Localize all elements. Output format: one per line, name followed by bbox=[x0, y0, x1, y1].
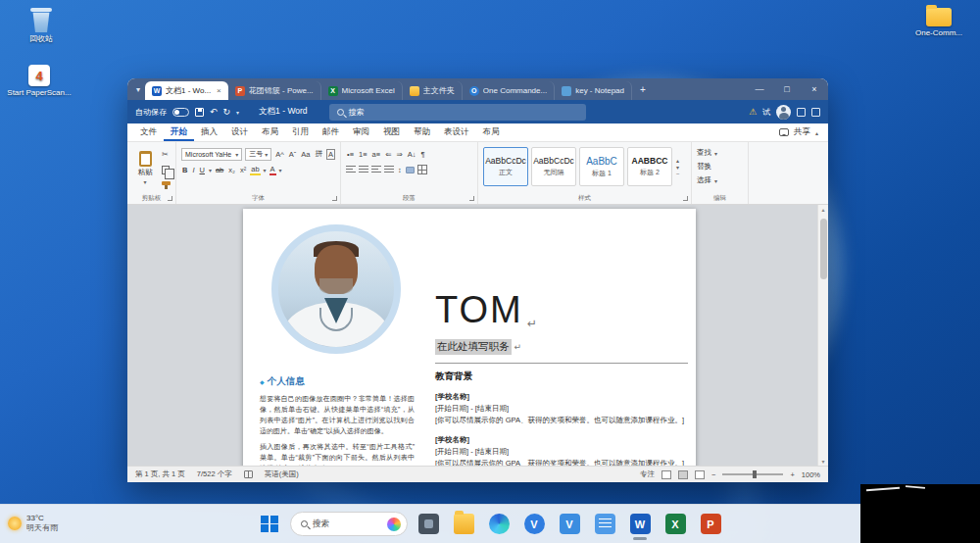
undo-icon[interactable]: ↶ bbox=[210, 107, 218, 117]
styles-more-icon[interactable]: − bbox=[676, 171, 680, 176]
character-border-icon[interactable]: A bbox=[326, 149, 335, 160]
tab-insert[interactable]: 插入 bbox=[194, 123, 224, 141]
strikethrough-button[interactable]: ab bbox=[215, 166, 224, 174]
focus-mode-button[interactable]: 专注 bbox=[640, 469, 655, 479]
styles-scroll-up-icon[interactable]: ▴ bbox=[676, 157, 680, 164]
paste-button[interactable]: 粘贴 ▾ bbox=[132, 146, 158, 189]
window-tab-home-folder[interactable]: 主文件夹 bbox=[403, 81, 463, 100]
tab-table-design[interactable]: 表设计 bbox=[437, 123, 476, 141]
align-left-icon[interactable] bbox=[346, 166, 356, 173]
bold-button[interactable]: B bbox=[181, 166, 188, 174]
superscript-button[interactable]: x² bbox=[239, 166, 247, 174]
font-dialog-launcher[interactable] bbox=[332, 196, 337, 201]
bullets-icon[interactable]: •≡ bbox=[346, 150, 355, 159]
tab-table-layout[interactable]: 布局 bbox=[476, 123, 507, 141]
comments-icon[interactable] bbox=[779, 128, 789, 136]
style-no-spacing[interactable]: AaBbCcDc 无间隔 bbox=[531, 147, 576, 186]
font-size-select[interactable]: 三号 ▾ bbox=[245, 148, 271, 161]
font-name-select[interactable]: Microsoft YaHe ▾ bbox=[181, 148, 242, 161]
shrink-font-icon[interactable]: Aˇ bbox=[288, 150, 298, 159]
replace-button[interactable]: 替换 bbox=[697, 160, 743, 173]
tab-help[interactable]: 帮助 bbox=[407, 123, 437, 141]
document-page[interactable]: ◆ 个人信息 想要将自己的图像放在圆圈中？非常简单！选择图像，然后单击右键。从快… bbox=[243, 209, 696, 466]
taskbar-app-shield[interactable]: V bbox=[519, 509, 549, 540]
decrease-indent-icon[interactable]: ⇐ bbox=[384, 150, 392, 159]
style-heading1[interactable]: AaBbC 标题 1 bbox=[579, 147, 624, 186]
text-highlight-button[interactable]: ab bbox=[250, 165, 260, 175]
taskbar-app-v[interactable]: V bbox=[555, 509, 584, 540]
education-entry[interactable]: [学校名称] [开始日期] - [结束日期] [你可以尽情展示你的 GPA、获得… bbox=[435, 434, 688, 466]
redo-icon[interactable]: ↻ bbox=[223, 107, 231, 117]
underline-button[interactable]: U bbox=[199, 166, 206, 174]
taskbar-app-notepad[interactable] bbox=[590, 509, 619, 540]
justify-icon[interactable] bbox=[384, 166, 394, 173]
underline-caret-icon[interactable]: ▾ bbox=[209, 167, 212, 173]
tab-close-icon[interactable]: × bbox=[215, 86, 221, 95]
maximize-button[interactable]: □ bbox=[773, 78, 801, 100]
word-count[interactable]: 7/522 个字 bbox=[197, 469, 232, 479]
zoom-out-icon[interactable]: − bbox=[711, 470, 715, 479]
taskbar-app-edge[interactable] bbox=[484, 509, 514, 540]
start-button[interactable] bbox=[255, 509, 284, 540]
window-tab-powerpoint[interactable]: P 花团锦簇 - Powe... bbox=[228, 81, 321, 100]
save-icon[interactable] bbox=[195, 108, 204, 117]
ribbon-search-box[interactable]: 搜索 bbox=[329, 104, 586, 121]
ribbon-display-options-icon[interactable] bbox=[797, 108, 806, 117]
profile-photo[interactable] bbox=[271, 224, 401, 354]
copy-icon[interactable] bbox=[162, 166, 170, 174]
resume-name[interactable]: TOM ↵ bbox=[435, 291, 688, 330]
clipboard-dialog-launcher[interactable] bbox=[168, 196, 172, 201]
scrollbar-thumb[interactable] bbox=[820, 219, 827, 279]
highlight-caret-icon[interactable]: ▾ bbox=[264, 167, 267, 173]
education-heading[interactable]: 教育背景 bbox=[435, 370, 688, 383]
desktop-icon-recycle-bin[interactable]: 回收站 bbox=[6, 8, 76, 43]
window-tab-excel[interactable]: X Microsoft Excel bbox=[321, 81, 403, 100]
tab-mailings[interactable]: 邮件 bbox=[316, 123, 346, 141]
tab-home[interactable]: 开始 bbox=[164, 123, 194, 141]
select-button[interactable]: 选择 ▾ bbox=[697, 173, 743, 187]
window-tab-word[interactable]: W 文档1 - Wo... × bbox=[145, 81, 228, 100]
zoom-slider-thumb[interactable] bbox=[753, 470, 757, 478]
spellcheck-icon[interactable] bbox=[244, 470, 253, 478]
font-color-button[interactable]: A bbox=[270, 165, 276, 175]
print-layout-icon[interactable] bbox=[678, 470, 688, 479]
taskbar-search[interactable]: 搜索 bbox=[290, 512, 408, 536]
minimize-button[interactable]: — bbox=[746, 78, 773, 100]
account-avatar[interactable] bbox=[776, 105, 791, 120]
taskbar-app-excel[interactable]: X bbox=[661, 509, 690, 540]
subscript-button[interactable]: x₂ bbox=[227, 166, 236, 174]
show-marks-icon[interactable]: ¶ bbox=[420, 150, 426, 159]
web-layout-icon[interactable] bbox=[695, 470, 705, 479]
find-button[interactable]: 查找 ▾ bbox=[697, 146, 743, 160]
zoom-level[interactable]: 100% bbox=[802, 470, 820, 479]
window-layout-icon[interactable] bbox=[811, 108, 820, 117]
scroll-down-icon[interactable]: ▾ bbox=[818, 458, 828, 465]
ribbon-collapse-icon[interactable]: ▴ bbox=[815, 129, 818, 136]
style-normal[interactable]: AaBbCcDc 正文 bbox=[483, 147, 528, 186]
close-button[interactable]: × bbox=[801, 78, 828, 100]
autosave-toggle[interactable] bbox=[172, 108, 189, 117]
tab-layout[interactable]: 布局 bbox=[255, 123, 285, 141]
language-indicator[interactable]: 英语(美国) bbox=[265, 469, 299, 479]
personal-info-heading[interactable]: ◆ 个人信息 bbox=[260, 375, 415, 388]
grow-font-icon[interactable]: A^ bbox=[274, 150, 285, 159]
change-case-icon[interactable]: Aa bbox=[300, 150, 311, 159]
warning-icon[interactable]: ⚠ bbox=[749, 107, 757, 117]
tab-review[interactable]: 审阅 bbox=[346, 123, 376, 141]
taskbar-app-powerpoint[interactable]: P bbox=[696, 509, 725, 540]
trial-badge[interactable]: 试 bbox=[762, 107, 770, 118]
share-button[interactable]: 共享 bbox=[794, 126, 810, 138]
borders-icon[interactable] bbox=[417, 165, 427, 174]
personal-info-paragraph[interactable]: 插入图像后，再次将其选中。转至“图片工具格式”菜单。单击“裁剪”下面的向下箭头。… bbox=[260, 442, 415, 466]
numbering-icon[interactable]: 1≡ bbox=[358, 150, 368, 159]
education-entry[interactable]: [学校名称] [开始日期] - [结束日期] [你可以尽情展示你的 GPA、获得… bbox=[435, 391, 688, 426]
taskbar-weather-widget[interactable]: 33°C 明天有雨 bbox=[8, 507, 58, 540]
align-center-icon[interactable] bbox=[359, 166, 368, 173]
tab-view[interactable]: 视图 bbox=[376, 123, 407, 141]
paragraph-dialog-launcher[interactable] bbox=[469, 196, 474, 201]
zoom-in-icon[interactable]: + bbox=[790, 470, 794, 479]
page-count[interactable]: 第 1 页, 共 1 页 bbox=[135, 469, 185, 479]
cut-icon[interactable]: ✂ bbox=[162, 150, 171, 159]
phonetic-guide-icon[interactable]: 拼 bbox=[314, 149, 323, 159]
read-mode-icon[interactable] bbox=[662, 470, 671, 479]
